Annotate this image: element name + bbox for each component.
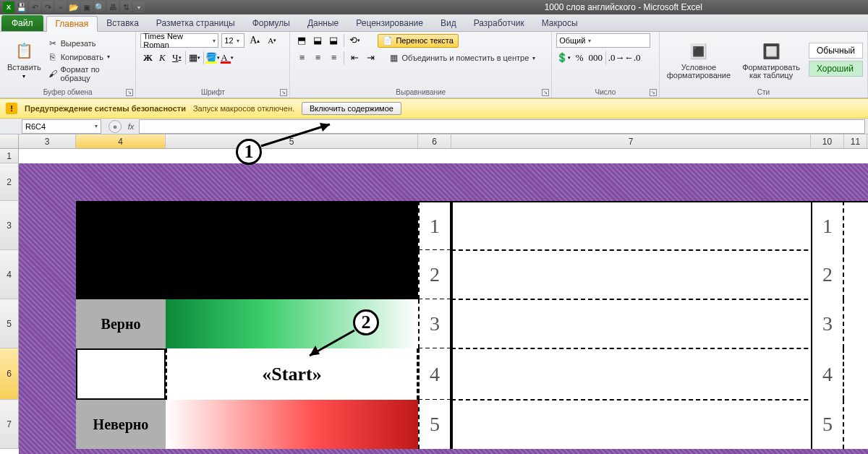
num-cell: 1 — [418, 201, 451, 250]
row-header[interactable]: 1 — [0, 149, 19, 163]
neverno-label-cell: Неверно — [76, 400, 166, 449]
num-cell: 4 — [811, 348, 844, 400]
print-area-icon[interactable]: ▣ — [81, 1, 93, 13]
cut-button[interactable]: ✂Вырезать — [47, 37, 132, 50]
tab-macros[interactable]: Макросы — [533, 15, 587, 31]
tab-home[interactable]: Главная — [46, 16, 98, 32]
col-header[interactable]: 3 — [19, 134, 76, 148]
copy-button[interactable]: ⎘Копировать▾ — [47, 51, 132, 64]
row-header[interactable]: 6 — [0, 348, 19, 400]
conditional-formatting-button[interactable]: 🔳 Условное форматирование — [664, 39, 733, 81]
align-right-button[interactable]: ≡ — [326, 51, 341, 65]
decrease-decimal-button[interactable]: ←.0 — [625, 51, 639, 65]
svg-marker-1 — [320, 123, 330, 132]
select-all-corner[interactable] — [0, 134, 19, 148]
tab-formulas[interactable]: Формулы — [244, 15, 299, 31]
save-icon[interactable]: 💾 — [16, 1, 27, 13]
col-header[interactable]: 6 — [418, 134, 451, 148]
col-header[interactable]: 10 — [811, 134, 844, 148]
col-header[interactable]: 11 — [844, 134, 867, 148]
num-cell: 5 — [811, 400, 844, 449]
shield-icon: ! — [6, 103, 17, 114]
dialog-launcher-icon[interactable]: ↘ — [650, 89, 657, 96]
shrink-font-button[interactable]: A▾ — [265, 33, 279, 48]
format-as-table-button[interactable]: 🔲 Форматировать как таблицу — [739, 39, 803, 81]
fill-color-button[interactable]: 🪣▾ — [205, 51, 220, 65]
worksheet-grid: 3 4 5 6 7 10 11 1 2 3 4 5 6 7 Верно «Sta… — [0, 134, 868, 454]
col-header[interactable]: 4 — [76, 134, 166, 148]
cancel-formula-button[interactable]: ● — [109, 120, 122, 133]
tab-insert[interactable]: Вставка — [98, 15, 148, 31]
formula-input[interactable] — [139, 119, 865, 134]
chevron-down-icon: ▾ — [95, 123, 98, 129]
number-format-combo[interactable]: Общий▾ — [556, 33, 650, 48]
tab-file[interactable]: Файл — [1, 15, 43, 31]
titlebar: X 💾 ↶ ↷ ▫ 📂 ▣ 🔍 🖶 ⇅ ▾ 1000 слов английск… — [0, 0, 868, 14]
answer-area — [451, 201, 811, 449]
new-icon[interactable]: ▫ — [55, 1, 67, 13]
tab-data[interactable]: Данные — [299, 15, 347, 31]
sort-icon[interactable]: ⇅ — [120, 1, 132, 13]
increase-decimal-button[interactable]: .0→ — [609, 51, 624, 65]
bold-button[interactable]: Ж — [140, 51, 155, 65]
paste-button[interactable]: 📋 Вставить ▾ — [4, 38, 44, 81]
row-header[interactable]: 3 — [0, 201, 19, 250]
tab-review[interactable]: Рецензирование — [347, 15, 432, 31]
font-size-combo[interactable]: 12▾ — [221, 33, 244, 48]
dialog-launcher-icon[interactable]: ↘ — [126, 89, 133, 96]
format-painter-button[interactable]: 🖌Формат по образцу — [47, 64, 132, 83]
redo-icon[interactable]: ↷ — [42, 1, 54, 13]
qat-more-icon[interactable]: ▾ — [133, 1, 145, 13]
dialog-launcher-icon[interactable]: ↘ — [542, 89, 549, 96]
style-normal[interactable]: Обычный — [809, 43, 863, 59]
merge-icon: ▦ — [388, 52, 399, 64]
align-left-button[interactable]: ≡ — [294, 51, 309, 65]
tab-developer[interactable]: Разработчик — [465, 15, 533, 31]
italic-button[interactable]: К — [155, 51, 169, 65]
ribbon-tabs: Файл Главная Вставка Разметка страницы Ф… — [0, 14, 868, 32]
num-cell: 2 — [811, 250, 844, 299]
currency-button[interactable]: 💲▾ — [556, 51, 571, 65]
print-preview-icon[interactable]: 🔍 — [94, 1, 106, 13]
green-gradient-cell — [166, 299, 418, 348]
orientation-button[interactable]: ⟲▾ — [347, 33, 362, 48]
num-cell: 4 — [418, 348, 451, 400]
comma-button[interactable]: 000 — [588, 51, 603, 65]
percent-button[interactable]: % — [572, 51, 587, 65]
undo-icon[interactable]: ↶ — [29, 1, 41, 13]
decrease-indent-button[interactable]: ⇤ — [347, 51, 362, 65]
increase-indent-button[interactable]: ⇥ — [363, 51, 378, 65]
name-box[interactable]: R6C4▾ — [22, 119, 101, 134]
tab-page-layout[interactable]: Разметка страницы — [148, 15, 244, 31]
font-color-button[interactable]: A▾ — [220, 51, 234, 65]
dialog-launcher-icon[interactable]: ↘ — [280, 89, 287, 96]
row-header[interactable]: 7 — [0, 400, 19, 449]
row-header[interactable]: 4 — [0, 250, 19, 299]
wrap-text-button[interactable]: 📄Перенос текста — [378, 34, 459, 48]
empty-cell — [76, 348, 166, 400]
row-header[interactable]: 5 — [0, 299, 19, 348]
open-icon[interactable]: 📂 — [68, 1, 80, 13]
tab-view[interactable]: Вид — [432, 15, 465, 31]
underline-button[interactable]: Ч▾ — [169, 51, 184, 65]
merge-center-button[interactable]: ▦Объединить и поместить в центре▾ — [388, 51, 535, 64]
num-cell: 3 — [811, 299, 844, 348]
style-good[interactable]: Хороший — [809, 61, 863, 77]
grow-font-button[interactable]: A▴ — [247, 33, 262, 48]
quick-print-icon[interactable]: 🖶 — [107, 1, 119, 13]
enable-content-button[interactable]: Включить содержимое — [302, 102, 401, 115]
font-name-combo[interactable]: Times New Roman▾ — [140, 33, 218, 48]
align-center-button[interactable]: ≡ — [310, 51, 325, 65]
align-bottom-button[interactable]: ⬓ — [326, 33, 341, 48]
align-top-button[interactable]: ⬒ — [294, 33, 309, 48]
svg-line-0 — [261, 124, 330, 146]
borders-button[interactable]: ▦▾ — [187, 51, 202, 65]
scissors-icon: ✂ — [47, 38, 59, 49]
col-header[interactable]: 7 — [451, 134, 811, 148]
row-header[interactable]: 2 — [0, 163, 19, 201]
start-cell[interactable]: «Start» — [166, 348, 418, 400]
group-align-label: Выравнивание — [396, 88, 446, 96]
fx-icon[interactable]: fx — [123, 122, 139, 131]
align-middle-button[interactable]: ⬓ — [310, 33, 325, 48]
table-icon: 🔲 — [760, 40, 782, 62]
